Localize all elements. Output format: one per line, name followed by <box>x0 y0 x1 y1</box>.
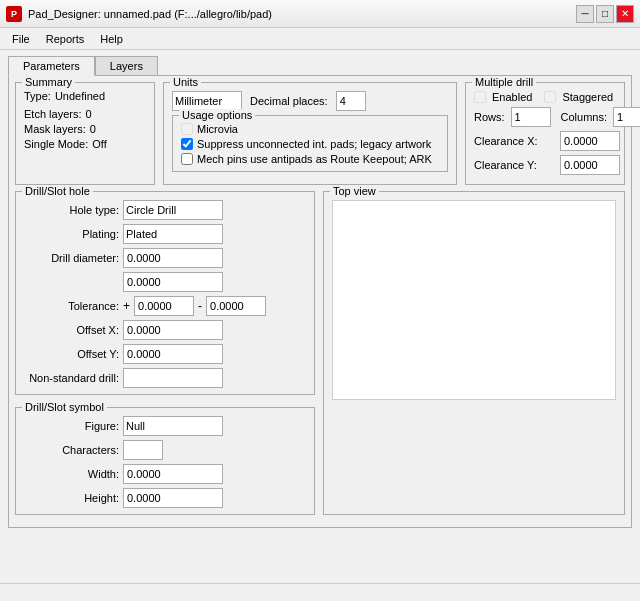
microvia-label: Microvia <box>197 123 238 135</box>
usage-label: Usage options <box>179 109 255 121</box>
offsetx-input[interactable] <box>123 320 223 340</box>
figure-label: Figure: <box>24 420 119 432</box>
width-input[interactable] <box>123 464 223 484</box>
main-panel: Parameters Layers Summary Type: Undefine… <box>0 50 640 535</box>
rows-label: Rows: <box>474 111 505 123</box>
tol-plus-input[interactable] <box>134 296 194 316</box>
offsetx-row: Offset X: <box>24 320 306 340</box>
close-button[interactable]: ✕ <box>616 5 634 23</box>
height-input[interactable] <box>123 488 223 508</box>
cleary-input[interactable] <box>560 155 620 175</box>
clearx-label: Clearance X: <box>474 135 554 147</box>
title-bar: P Pad_Designer: unnamed.pad (F:.../alleg… <box>0 0 640 28</box>
offsety-label: Offset Y: <box>24 348 119 360</box>
drill-diameter-row2 <box>24 272 306 292</box>
singlemode-value: Off <box>92 138 106 150</box>
height-row: Height: <box>24 488 306 508</box>
window-title: Pad_Designer: unnamed.pad (F:.../allegro… <box>28 8 272 20</box>
topview-canvas <box>332 200 616 400</box>
maximize-button[interactable]: □ <box>596 5 614 23</box>
etch-label: Etch layers: <box>24 108 81 120</box>
chars-label: Characters: <box>24 444 119 456</box>
menu-help[interactable]: Help <box>92 32 131 46</box>
status-bar <box>0 583 640 601</box>
rows-row: Rows: Columns: <box>474 107 616 127</box>
multidrill-label: Multiple drill <box>472 76 536 88</box>
tol-minus-input[interactable] <box>206 296 266 316</box>
drill-label: Drill diameter: <box>24 252 119 264</box>
type-row: Type: Undefined <box>24 90 146 102</box>
singlemode-row: Single Mode: Off <box>24 138 146 150</box>
topview-group: Top view <box>323 191 625 515</box>
unit-select-row: Millimeter Decimal places: <box>172 91 448 111</box>
chars-row: Characters: <box>24 440 306 460</box>
mech-option: Mech pins use antipads as Route Keepout;… <box>181 153 439 165</box>
tab-layers[interactable]: Layers <box>95 56 158 76</box>
plating-select[interactable]: Plated Non-Plated <box>123 224 223 244</box>
summary-group: Summary Type: Undefined Etch layers: 0 M… <box>15 82 155 185</box>
suppress-checkbox[interactable] <box>181 138 193 150</box>
type-label: Type: <box>24 90 51 102</box>
enabled-label: Enabled <box>492 91 532 103</box>
offsety-row: Offset Y: <box>24 344 306 364</box>
units-group: Units Millimeter Decimal places: Usage o… <box>163 82 457 185</box>
cols-input[interactable] <box>613 107 640 127</box>
plating-label: Plating: <box>24 228 119 240</box>
microvia-checkbox[interactable] <box>181 123 193 135</box>
singlemode-label: Single Mode: <box>24 138 88 150</box>
menu-file[interactable]: File <box>4 32 38 46</box>
drillslot-group: Drill/Slot hole Hole type: Circle Drill … <box>15 191 315 395</box>
usage-group: Usage options Microvia Suppress unconnec… <box>172 115 448 172</box>
suppress-option: Suppress unconnected int. pads; legacy a… <box>181 138 439 150</box>
height-label: Height: <box>24 492 119 504</box>
unit-select[interactable]: Millimeter <box>172 91 242 111</box>
cleary-label: Clearance Y: <box>474 159 554 171</box>
tab-bar: Parameters Layers <box>8 56 632 76</box>
tolerance-row: Tolerance: + - <box>24 296 306 316</box>
clearx-input[interactable] <box>560 131 620 151</box>
suppress-label: Suppress unconnected int. pads; legacy a… <box>197 138 431 150</box>
cleary-row: Clearance Y: <box>474 155 616 175</box>
plus-sign: + <box>123 299 130 313</box>
nonstandard-select[interactable] <box>123 368 223 388</box>
offsety-input[interactable] <box>123 344 223 364</box>
minus-sign: - <box>198 299 202 313</box>
rows-input[interactable] <box>511 107 551 127</box>
units-label: Units <box>170 76 201 88</box>
figure-row: Figure: Null Circle Square X <box>24 416 306 436</box>
mask-row: Mask layers: 0 <box>24 123 146 135</box>
clearx-row: Clearance X: <box>474 131 616 151</box>
minimize-button[interactable]: ─ <box>576 5 594 23</box>
mech-checkbox[interactable] <box>181 153 193 165</box>
nonstandard-label: Non-standard drill: <box>24 372 119 384</box>
decimal-label: Decimal places: <box>250 95 328 107</box>
parameters-panel: Summary Type: Undefined Etch layers: 0 M… <box>8 75 632 528</box>
chars-input[interactable] <box>123 440 163 460</box>
middle-row: Drill/Slot hole Hole type: Circle Drill … <box>15 191 625 521</box>
drill-diameter-row: Drill diameter: <box>24 248 306 268</box>
summary-label: Summary <box>22 76 75 88</box>
app-icon: P <box>6 6 22 22</box>
holetype-row: Hole type: Circle Drill Square Drill Slo… <box>24 200 306 220</box>
menu-reports[interactable]: Reports <box>38 32 93 46</box>
staggered-checkbox[interactable] <box>544 91 556 103</box>
holetype-select[interactable]: Circle Drill Square Drill Slot <box>123 200 223 220</box>
drillslot-label: Drill/Slot hole <box>22 185 93 197</box>
etch-row: Etch layers: 0 <box>24 108 146 120</box>
staggered-label: Staggered <box>562 91 613 103</box>
plating-row: Plating: Plated Non-Plated <box>24 224 306 244</box>
cols-label: Columns: <box>561 111 607 123</box>
microvia-option: Microvia <box>181 123 439 135</box>
offsetx-label: Offset X: <box>24 324 119 336</box>
drillsymbol-group: Drill/Slot symbol Figure: Null Circle Sq… <box>15 407 315 515</box>
drill-input[interactable] <box>123 248 223 268</box>
holetype-label: Hole type: <box>24 204 119 216</box>
drill-input2[interactable] <box>123 272 223 292</box>
tab-parameters[interactable]: Parameters <box>8 56 95 76</box>
enabled-checkbox[interactable] <box>474 91 486 103</box>
width-label: Width: <box>24 468 119 480</box>
decimal-input[interactable] <box>336 91 366 111</box>
nonstandard-row: Non-standard drill: <box>24 368 306 388</box>
figure-select[interactable]: Null Circle Square X <box>123 416 223 436</box>
topview-label: Top view <box>330 185 379 197</box>
